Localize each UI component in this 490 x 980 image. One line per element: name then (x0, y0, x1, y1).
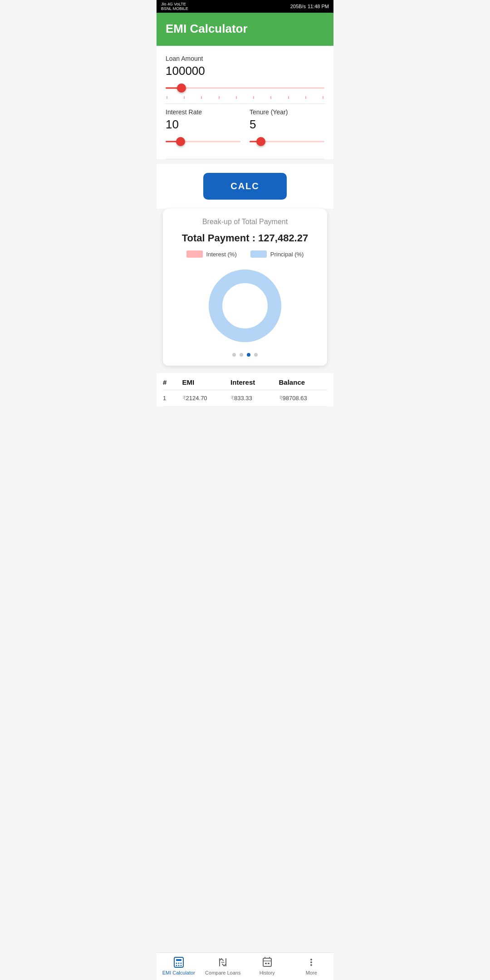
tenure-slider[interactable] (250, 137, 324, 146)
principal-legend-label: Principal (%) (270, 251, 304, 258)
row-num: 1 (163, 395, 182, 402)
app-title: EMI Calculator (166, 22, 324, 36)
row-balance: ₹98708.63 (279, 395, 327, 402)
table-header-row: # EMI Interest Balance (163, 373, 327, 390)
total-payment-value: 127,482.27 (258, 232, 308, 244)
main-content: Loan Amount 100000 Interest Rate 10 (157, 46, 333, 159)
app-header: EMI Calculator (157, 13, 333, 46)
loan-amount-value: 100000 (166, 64, 324, 78)
amortization-table: # EMI Interest Balance 1 ₹2124.70 ₹833.3… (157, 373, 333, 407)
interest-rate-label: Interest Rate (166, 108, 240, 116)
time: 11:48 PM (308, 4, 329, 9)
row-interest: ₹833.33 (230, 395, 279, 402)
row-emi: ₹2124.70 (182, 395, 230, 402)
calc-button[interactable]: CALC (203, 173, 287, 200)
status-bar: Jio 4G VoLTE BSNL MOBILE 205B/s 11:48 PM (157, 0, 333, 13)
legend-interest: Interest (%) (186, 250, 237, 258)
divider-2 (166, 159, 324, 159)
speed: 205B/s (290, 4, 306, 9)
donut-chart (172, 265, 318, 347)
tenure-value: 5 (250, 118, 324, 132)
principal-color-swatch (250, 250, 267, 258)
breakup-title: Break-up of Total Payment (172, 218, 318, 226)
interest-rate-section: Interest Rate 10 (166, 108, 240, 150)
donut-hole (223, 284, 267, 328)
carousel-dots (172, 353, 318, 357)
donut-svg (204, 265, 286, 347)
col-header-emi: EMI (182, 378, 230, 386)
dot-4[interactable] (254, 353, 258, 357)
dot-3-active[interactable] (247, 353, 250, 357)
col-header-balance: Balance (279, 378, 327, 386)
tenure-section: Tenure (Year) 5 (250, 108, 324, 150)
interest-rate-slider[interactable] (166, 137, 240, 146)
dot-2[interactable] (240, 353, 243, 357)
interest-color-swatch (186, 250, 203, 258)
carrier-info: Jio 4G VoLTE BSNL MOBILE (161, 2, 188, 11)
legend: Interest (%) Principal (%) (172, 250, 318, 258)
interest-rate-value: 10 (166, 118, 240, 132)
loan-amount-slider[interactable] (166, 83, 324, 93)
table-row: 1 ₹2124.70 ₹833.33 ₹98708.63 (163, 390, 327, 407)
rate-tenure-row: Interest Rate 10 Tenure (Year) 5 (166, 108, 324, 154)
tenure-label: Tenure (Year) (250, 108, 324, 116)
interest-legend-label: Interest (%) (206, 251, 237, 258)
col-header-num: # (163, 378, 182, 386)
dot-1[interactable] (232, 353, 236, 357)
loan-amount-label: Loan Amount (166, 55, 324, 62)
calc-btn-container: CALC (157, 164, 333, 209)
breakup-card: Break-up of Total Payment Total Payment … (163, 209, 327, 366)
total-payment: Total Payment : 127,482.27 (172, 232, 318, 244)
status-right: 205B/s 11:48 PM (290, 4, 329, 9)
divider-1 (166, 103, 324, 104)
col-header-interest: Interest (230, 378, 279, 386)
legend-principal: Principal (%) (250, 250, 304, 258)
loan-amount-section: Loan Amount 100000 (166, 55, 324, 99)
